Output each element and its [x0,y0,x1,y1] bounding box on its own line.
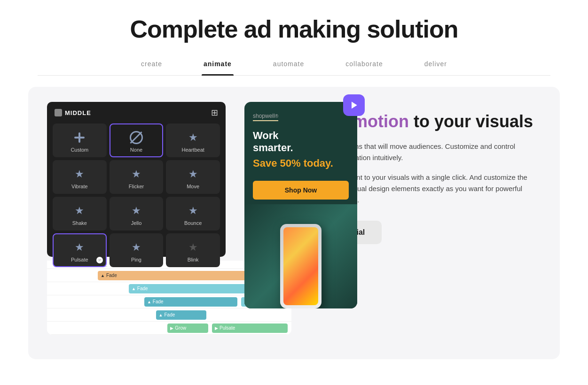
tl-bar-grow[interactable]: ▶Grow [167,323,208,333]
star-icon-blink: ★ [186,240,201,255]
tab-create[interactable]: create [139,54,164,75]
anim-cell-vibrate[interactable]: ★ Vibrate [53,160,107,194]
anim-cell-none[interactable]: None [110,123,164,157]
star-icon-heartbeat: ★ [186,130,201,145]
anim-label-shake: Shake [72,220,87,226]
animation-picker: MIDDLE ⊞ Custom [47,102,226,257]
anim-label-none: None [130,147,142,153]
ad-cta-button[interactable]: Shop Now [253,181,349,200]
headline-rest: to your visuals [409,112,533,131]
anim-label-ping: Ping [131,257,141,262]
anim-label-custom: Custom [71,147,88,153]
left-panel: MIDDLE ⊞ Custom [47,102,291,335]
anim-cell-bounce[interactable]: ★ Bounce [166,197,220,231]
tab-automate[interactable]: automate [271,54,306,75]
animation-grid: Custom None ★ Heartbeat [53,123,220,267]
anim-label-jello: Jello [131,220,142,226]
star-icon-shake: ★ [72,203,87,218]
star-icon-move: ★ [186,167,201,182]
svg-rect-1 [74,137,85,139]
star-icon-ping: ★ [129,240,144,255]
layer-icon [55,109,62,116]
anim-cell-shake[interactable]: ★ Shake [53,197,107,231]
anim-label-bounce: Bounce [184,220,202,226]
timeline-row-5: ▶Grow ▶Pulsate [47,322,291,335]
anim-cell-flicker[interactable]: ★ Flicker [110,160,164,194]
anim-label-blink: Blink [188,257,199,262]
tl-bar-fade-3[interactable]: ▲Fade [144,297,237,307]
anim-cell-ping[interactable]: ★ Ping [110,233,164,267]
anim-cell-move[interactable]: ★ Move [166,160,220,194]
ad-top-section: shopwell® Work smarter. Save 50% today. [244,102,357,176]
star-icon-bounce: ★ [186,203,201,218]
star-icon-flicker: ★ [129,167,144,182]
anim-cell-heartbeat[interactable]: ★ Heartbeat [166,123,220,157]
tl-bar-fade-4[interactable]: ▲Fade [156,310,206,320]
play-button[interactable] [343,94,365,116]
picker-header: MIDDLE ⊞ [53,108,220,118]
page-title: Complete ad making solution [0,0,588,54]
ad-card: shopwell® Work smarter. Save 50% today. … [244,102,357,308]
anim-cell-custom[interactable]: Custom [53,123,107,157]
tl-track-4: ▲Fade [98,310,291,320]
tab-animate[interactable]: animate [202,54,234,75]
anim-label-heartbeat: Heartbeat [182,147,204,153]
anim-cell-pulsate[interactable]: ★ Pulsate ☞ [53,233,107,267]
anim-label-move: Move [187,184,199,189]
settings-icon[interactable]: ⊞ [211,108,218,118]
tab-deliver[interactable]: deliver [423,54,449,75]
anim-cell-jello[interactable]: ★ Jello [110,197,164,231]
ad-headline: Work smarter. [253,130,349,154]
svg-marker-2 [352,102,357,109]
ad-preview-container: shopwell® Work smarter. Save 50% today. … [244,102,357,308]
anim-label-flicker: Flicker [129,184,144,189]
main-content: MIDDLE ⊞ Custom [28,87,560,359]
picker-title: MIDDLE [55,109,91,116]
anim-label-vibrate: Vibrate [71,184,88,189]
timeline-row-4: ▲Fade [47,308,291,322]
tabs-navigation: create animate automate collaborate deli… [38,54,550,76]
tl-track-5: ▶Grow ▶Pulsate [98,323,291,333]
none-icon [129,130,144,145]
anim-cell-blink[interactable]: ★ Blink [166,233,220,267]
tab-collaborate[interactable]: collaborate [344,54,385,75]
ad-brand: shopwell® [253,111,278,121]
star-icon-vibrate: ★ [72,167,87,182]
anim-label-pulsate: Pulsate [71,257,88,262]
star-icon-jello: ★ [129,203,144,218]
plus-icon [72,130,87,145]
tl-bar-pulsate[interactable]: ▶Pulsate [212,323,288,333]
ad-product-area [244,204,357,308]
star-icon-pulsate: ★ [72,240,87,255]
ad-subtext: Save 50% today. [253,157,349,169]
